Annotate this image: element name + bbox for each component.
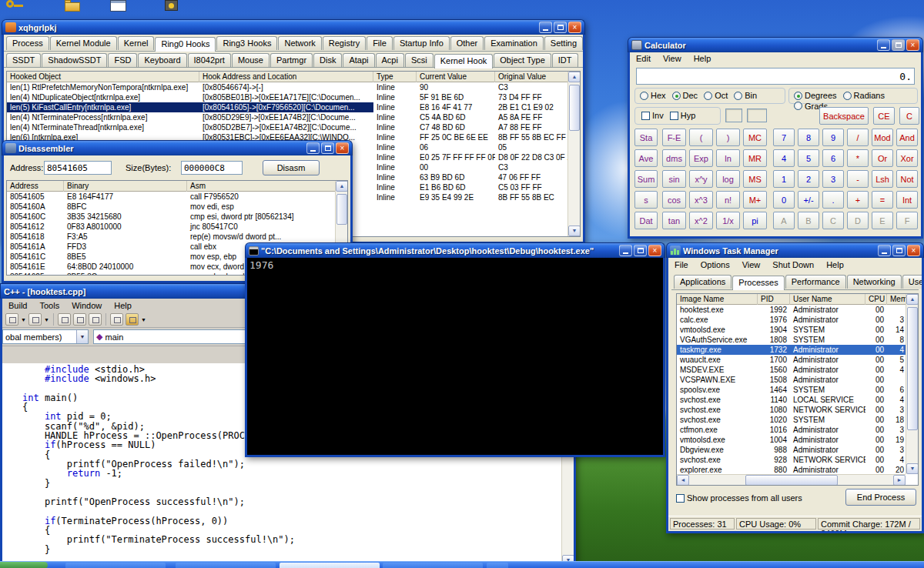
console-titlebar[interactable]: "C:\Documents and Settings\Administrator…: [245, 242, 665, 258]
hook-tool-titlebar[interactable]: xqhgrlpkj ×: [2, 19, 585, 35]
disassembler-titlebar[interactable]: Disassembler ×: [2, 140, 353, 155]
calc-button-sta[interactable]: Sta: [634, 129, 658, 146]
scroll-up-button[interactable]: ▲: [568, 72, 581, 82]
disasm-button[interactable]: Disasm: [263, 160, 320, 175]
hook-sub-tab-atapi[interactable]: Atapi: [343, 53, 374, 67]
calc-ce-button[interactable]: CE: [873, 107, 895, 125]
window-icon[interactable]: [110, 0, 126, 12]
process-row[interactable]: svchost.exe1020SYSTEM0018: [677, 415, 918, 425]
hook-sub-tab-partmgr[interactable]: Partmgr: [270, 53, 313, 67]
horizontal-scrollbar[interactable]: ◄ ►: [677, 474, 906, 485]
disasm-row[interactable]: 805416120F83 A8010000jnc 805417C0: [7, 222, 347, 232]
wizard-dropdown-icon[interactable]: ▼: [141, 317, 146, 322]
hook-sub-tab-ssdt[interactable]: SSDT: [6, 53, 41, 67]
maximize-button[interactable]: [554, 22, 567, 33]
calc-button-f-e[interactable]: F-E: [662, 129, 686, 146]
calc-button-1[interactable]: 1: [773, 170, 795, 188]
end-process-button[interactable]: End Process: [845, 489, 916, 506]
scroll-thumb[interactable]: [907, 307, 918, 430]
task-manager-tab-processes[interactable]: Processes: [732, 276, 784, 290]
hook-row[interactable]: len(4) NtTerminateProcess[ntkrnlpa.exe][…: [7, 112, 580, 122]
task-manager-menu-help[interactable]: Help: [820, 259, 850, 270]
minimize-button[interactable]: [877, 39, 890, 51]
calc-button-d[interactable]: D: [847, 212, 869, 229]
console-output[interactable]: 1976: [247, 258, 663, 455]
process-row[interactable]: spoolsv.exe1464SYSTEM006: [677, 385, 918, 395]
cpp-ide-menu-build[interactable]: Build: [2, 300, 33, 311]
calc-button-2[interactable]: 2: [798, 170, 819, 188]
calc-button-item[interactable]: -: [847, 170, 869, 188]
task-manager-titlebar[interactable]: Windows Task Manager ×: [666, 242, 924, 258]
disasm-row[interactable]: 8054160A8BFCmov edi, esp: [7, 202, 347, 212]
scroll-up-button[interactable]: ▲: [336, 181, 348, 192]
scroll-down-button[interactable]: ▼: [906, 463, 919, 474]
process-row[interactable]: Dbgview.exe988Administrator003: [677, 445, 918, 455]
process-row[interactable]: wuauclt.exe1700Administrator005: [677, 355, 918, 365]
process-row[interactable]: svchost.exe1140LOCAL SERVICE004: [677, 395, 918, 405]
calc-button-mod[interactable]: Mod: [872, 129, 893, 146]
vertical-scrollbar[interactable]: ▲ ▼: [906, 294, 918, 474]
calc-radio-hex[interactable]: Hex: [640, 91, 666, 100]
back-icon[interactable]: [5, 313, 18, 326]
taskbar-item[interactable]: [280, 563, 380, 568]
column-header-current-value[interactable]: Current Value: [417, 72, 495, 82]
calc-radio-bin[interactable]: Bin: [734, 91, 757, 100]
calc-button-xor[interactable]: Xor: [896, 149, 918, 167]
class-wizard-icon[interactable]: [126, 313, 139, 326]
calculator-menu-edit[interactable]: Edit: [630, 53, 657, 64]
hook-sub-tab-idt[interactable]: IDT: [552, 53, 578, 67]
calc-button-ln[interactable]: ln: [716, 149, 740, 167]
calc-backspace-button[interactable]: Backspace: [819, 107, 869, 125]
calculator-titlebar[interactable]: Calculator ×: [628, 37, 923, 52]
calc-button-8[interactable]: 8: [798, 129, 819, 146]
minimize-button[interactable]: [878, 245, 891, 256]
scroll-up-button[interactable]: ▲: [906, 294, 919, 305]
cpp-ide-menu-help[interactable]: Help: [108, 300, 138, 311]
column-header-hooked-object[interactable]: Hooked Object: [7, 72, 199, 82]
show-all-users-checkbox[interactable]: Show processes from all users: [676, 493, 802, 503]
process-row[interactable]: vmtoolsd.exe1004Administrator0019: [677, 435, 918, 445]
scope-combobox[interactable]: obal members) ▼: [2, 329, 89, 344]
hook-tab-network[interactable]: Network: [278, 36, 321, 50]
hook-sub-tab-mouse[interactable]: Mouse: [232, 53, 270, 67]
hook-tab-about[interactable]: About: [584, 36, 585, 50]
calc-button-lsh[interactable]: Lsh: [872, 170, 893, 188]
calc-button-log[interactable]: log: [716, 170, 740, 188]
disasm-row[interactable]: 8054160C3B35 34215680cmp esi, dword ptr …: [7, 212, 347, 222]
column-header-address[interactable]: Address: [7, 181, 64, 192]
calc-toggle-hyp[interactable]: Hyp: [670, 111, 696, 120]
hook-tab-kernel-module[interactable]: Kernel Module: [50, 36, 117, 50]
calc-button-1-x[interactable]: 1/x: [716, 212, 740, 229]
minimize-button[interactable]: [539, 22, 552, 33]
column-header-cpu[interactable]: CPU: [865, 294, 887, 305]
close-button[interactable]: ×: [906, 39, 919, 51]
cpp-ide-menu-tools[interactable]: Tools: [33, 300, 65, 311]
size-input[interactable]: [181, 161, 243, 175]
hook-tab-process[interactable]: Process: [6, 36, 49, 50]
calc-button-item[interactable]: +/-: [798, 191, 819, 209]
hook-sub-tab-disk[interactable]: Disk: [313, 53, 342, 67]
find-in-files-icon[interactable]: [110, 313, 123, 326]
calc-button-ave[interactable]: Ave: [634, 149, 658, 167]
forward-icon[interactable]: [28, 313, 42, 326]
column-header-pid[interactable]: PID: [758, 294, 790, 305]
calc-button-item[interactable]: +: [847, 191, 869, 209]
calc-radio-oct[interactable]: Oct: [704, 91, 728, 100]
hook-tab-examination[interactable]: Examination: [484, 36, 544, 50]
workspace-pane-icon[interactable]: [58, 313, 71, 326]
hook-sub-tab-scsi[interactable]: Scsi: [405, 53, 434, 67]
hook-sub-tab-acpi[interactable]: Acpi: [376, 53, 404, 67]
task-manager-menu-shut-down[interactable]: Shut Down: [766, 259, 820, 270]
output-pane-icon[interactable]: [73, 313, 86, 326]
hook-sub-tab-fsd[interactable]: FSD: [108, 53, 137, 67]
task-manager-tab-users[interactable]: Users: [902, 275, 924, 289]
hook-tab-ring0-hooks[interactable]: Ring0 Hooks: [155, 37, 216, 52]
process-row[interactable]: VCSPAWN.EXE1508Administrator00: [677, 375, 918, 385]
hook-row[interactable]: len(5) KiFastCallEntry[ntkrnlpa.exe][0x8…: [7, 102, 580, 112]
window-split-icon[interactable]: [89, 313, 102, 326]
task-manager-tab-networking[interactable]: Networking: [847, 275, 902, 289]
calc-button-f[interactable]: F: [896, 212, 918, 229]
process-row[interactable]: taskmgr.exe1732Administrator004: [677, 345, 918, 355]
process-row[interactable]: svchost.exe928NETWORK SERVICE004: [677, 455, 918, 465]
scroll-down-button[interactable]: ▼: [568, 226, 581, 236]
